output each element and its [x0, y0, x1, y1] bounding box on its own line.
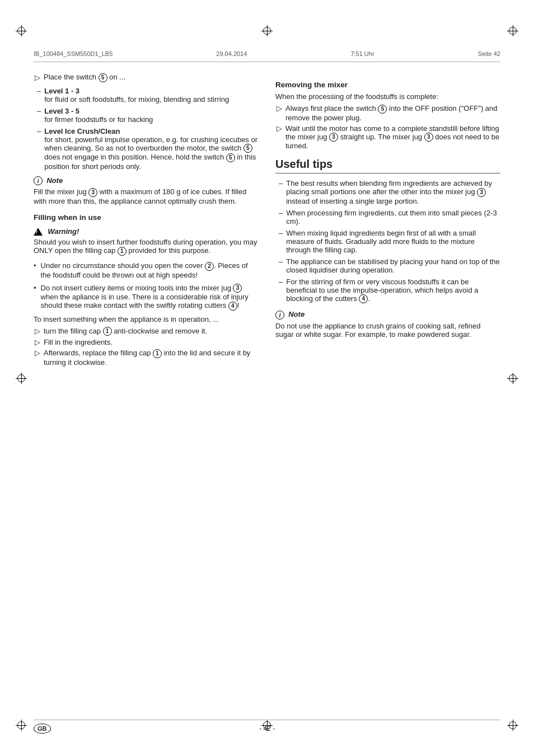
dash-tip5: –: [279, 278, 283, 304]
note-label-left: Note: [46, 176, 63, 185]
note-i-icon-left: i: [34, 176, 43, 185]
header-divider: [34, 62, 500, 62]
note-text-left: Fill the mixer jug 3 with a maximum of 1…: [34, 187, 259, 205]
arrow-ptr-switch: ▷: [34, 73, 41, 82]
reg-mark-ml: [16, 373, 27, 384]
step-2: ▷ Fill in the ingredients.: [34, 338, 259, 346]
filling-section-title: Filling when in use: [34, 213, 259, 222]
circled-3-bullet2: 3: [233, 284, 242, 293]
removing-step-2: ▷ Wait until the motor has come to a com…: [275, 124, 500, 151]
page: IB_100484_SSM550D1_LB5 29.04.2014 7:51 U…: [0, 0, 534, 756]
removing-step-2-text: Wait until the motor has come to a compl…: [285, 124, 500, 151]
reg-circle-bl: [17, 721, 25, 729]
circled-5-ice2: 5: [226, 153, 235, 162]
reg-mark-bl: [16, 720, 27, 731]
step-3-text: Afterwards, replace the filling cap 1 in…: [44, 349, 259, 367]
arrow-ptr-step3: ▷: [34, 349, 41, 357]
note-label-right: Note: [288, 310, 305, 318]
level-1-3-desc: for fluid or soft foodstuffs, for mixing…: [44, 95, 229, 104]
circled-3-rem2b: 3: [424, 133, 433, 142]
warning-label: Warning!: [48, 227, 79, 236]
reg-circle-tl: [17, 27, 25, 35]
reg-mark-tm: [261, 25, 273, 36]
level-ice-text: Level Ice Crush/Clean for short, powerfu…: [44, 127, 259, 171]
header-page-label: Seite 42: [478, 50, 500, 57]
tip-3-text: When mixing liquid ingredients begin fir…: [286, 229, 500, 254]
circled-4-bullet2: 4: [228, 302, 237, 311]
bullet-1: •: [34, 261, 36, 279]
removing-step-1: ▷ Always first place the switch 5 into t…: [275, 104, 500, 122]
reg-circle-tr: [509, 27, 517, 35]
footer: GB - 42 -: [34, 720, 500, 734]
switch-text: Place the switch 5 on ...: [44, 73, 125, 82]
circled-5-ice: 5: [243, 144, 252, 153]
dash-tip3: –: [279, 229, 283, 254]
dash-3: –: [37, 127, 41, 171]
removing-title: Removing the mixer: [275, 81, 500, 89]
header-time: 7:51 Uhr: [350, 50, 374, 57]
arrow-ptr-step2: ▷: [34, 338, 41, 346]
warning-title: Warning!: [34, 227, 259, 236]
header-date: 29.04.2014: [216, 50, 247, 57]
warning-triangle-icon: [34, 228, 43, 236]
tip-5-text: For the stirring of firm or very viscous…: [286, 278, 500, 304]
note-text-right: Do not use the appliance to crush grains…: [275, 322, 500, 339]
circled-1-warning: 1: [118, 247, 127, 256]
reg-circle-tm: [263, 27, 271, 35]
bullet-1-text: Under no circumstance should you open th…: [41, 261, 259, 279]
tip-3: – When mixing liquid ingredients begin f…: [275, 229, 500, 254]
note-title-right: i Note: [275, 310, 500, 320]
right-column: Removing the mixer When the processing o…: [275, 73, 500, 711]
note-title-left: i Note: [34, 176, 259, 186]
dash-tip2: –: [279, 209, 283, 226]
level-ice-item: – Level Ice Crush/Clean for short, power…: [34, 127, 259, 171]
removing-intro: When the processing of the foodstuffs is…: [275, 92, 500, 101]
tip-4: – The appliance can be stabilised by pla…: [275, 257, 500, 274]
circled-4-tip5: 4: [359, 294, 368, 303]
useful-tips-title: Useful tips: [275, 158, 500, 173]
left-column: ▷ Place the switch 5 on ... – Level 1 - …: [34, 73, 259, 711]
circled-2-bullet1: 2: [205, 262, 214, 271]
footer-gb-badge: GB: [34, 724, 51, 734]
footer-page-number: - 42 -: [259, 725, 275, 732]
reg-circle-br: [509, 721, 517, 729]
tip-1: – The best results when blending firm in…: [275, 179, 500, 205]
circled-5-rem1: 5: [378, 105, 387, 114]
dash-tip1: –: [279, 179, 283, 205]
reg-circle-mr: [509, 374, 517, 382]
arrow-ptr-rem2: ▷: [275, 124, 283, 133]
step-1: ▷ turn the filling cap 1 anti-clockwise …: [34, 327, 259, 336]
warning-box: Warning! Should you wish to insert furth…: [34, 227, 259, 256]
warning-text: Should you wish to insert further foodst…: [34, 238, 259, 256]
header-file-info: IB_100484_SSM550D1_LB5: [34, 50, 113, 57]
level-ice-label: Level Ice Crush/Clean: [44, 127, 120, 135]
tip-4-text: The appliance can be stabilised by placi…: [286, 257, 500, 274]
dash-tip4: –: [279, 257, 283, 274]
reg-mark-br: [507, 720, 518, 731]
reg-mark-tr: [507, 25, 518, 36]
main-content: ▷ Place the switch 5 on ... – Level 1 - …: [34, 73, 500, 711]
level-ice-desc: for short, powerful impulse operation, e…: [44, 135, 257, 171]
bullet-item-1: • Under no circumstance should you open …: [34, 261, 259, 279]
arrow-ptr-rem1: ▷: [275, 104, 283, 112]
level-1-3-item: – Level 1 - 3 for fluid or soft foodstuf…: [34, 87, 259, 104]
circled-3-rem2: 3: [329, 133, 338, 142]
switch-line: ▷ Place the switch 5 on ...: [34, 73, 259, 82]
tip-2-text: When processing firm ingredients, cut th…: [286, 209, 500, 226]
note-i-icon-right: i: [275, 311, 284, 320]
step-2-text: Fill in the ingredients.: [44, 338, 259, 346]
level-3-5-item: – Level 3 - 5 for firmer foodstuffs or f…: [34, 107, 259, 124]
tip-2: – When processing firm ingredients, cut …: [275, 209, 500, 226]
tip-1-text: The best results when blending firm ingr…: [286, 179, 500, 205]
circled-3-note: 3: [88, 188, 97, 197]
step-1-text: turn the filling cap 1 anti-clockwise an…: [44, 327, 259, 336]
level-3-5-text: Level 3 - 5 for firmer foodstuffs or for…: [44, 107, 259, 124]
bullet-2-text: Do not insert cutlery items or mixing to…: [41, 284, 259, 311]
insert-intro: To insert something when the appliance i…: [34, 315, 259, 323]
circled-1-step1: 1: [103, 327, 112, 336]
removing-step-1-text: Always first place the switch 5 into the…: [285, 104, 500, 122]
circled-5-switch: 5: [99, 73, 107, 82]
bullet-2: •: [34, 284, 36, 311]
reg-mark-tl: [16, 25, 27, 36]
circled-3-tip1: 3: [477, 188, 486, 197]
